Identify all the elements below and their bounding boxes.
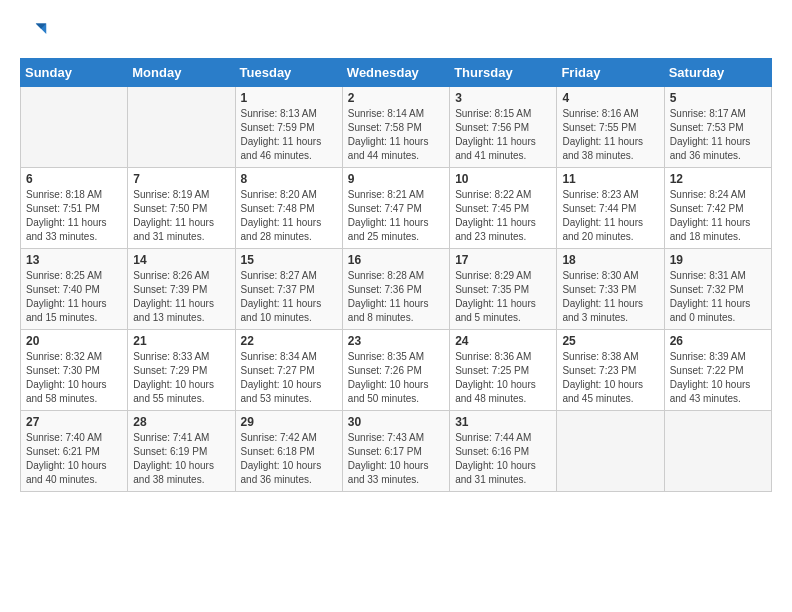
- calendar-cell: 9Sunrise: 8:21 AM Sunset: 7:47 PM Daylig…: [342, 168, 449, 249]
- calendar-cell: [128, 87, 235, 168]
- calendar-body: 1Sunrise: 8:13 AM Sunset: 7:59 PM Daylig…: [21, 87, 772, 492]
- weekday-header-saturday: Saturday: [664, 59, 771, 87]
- day-info: Sunrise: 8:25 AM Sunset: 7:40 PM Dayligh…: [26, 269, 122, 325]
- calendar-cell: 23Sunrise: 8:35 AM Sunset: 7:26 PM Dayli…: [342, 330, 449, 411]
- day-info: Sunrise: 8:31 AM Sunset: 7:32 PM Dayligh…: [670, 269, 766, 325]
- day-number: 29: [241, 415, 337, 429]
- calendar-cell: 31Sunrise: 7:44 AM Sunset: 6:16 PM Dayli…: [450, 411, 557, 492]
- calendar-cell: 26Sunrise: 8:39 AM Sunset: 7:22 PM Dayli…: [664, 330, 771, 411]
- calendar-cell: 10Sunrise: 8:22 AM Sunset: 7:45 PM Dayli…: [450, 168, 557, 249]
- day-info: Sunrise: 8:33 AM Sunset: 7:29 PM Dayligh…: [133, 350, 229, 406]
- day-number: 17: [455, 253, 551, 267]
- calendar-cell: 12Sunrise: 8:24 AM Sunset: 7:42 PM Dayli…: [664, 168, 771, 249]
- calendar-cell: 6Sunrise: 8:18 AM Sunset: 7:51 PM Daylig…: [21, 168, 128, 249]
- day-number: 21: [133, 334, 229, 348]
- day-number: 1: [241, 91, 337, 105]
- calendar-week-3: 13Sunrise: 8:25 AM Sunset: 7:40 PM Dayli…: [21, 249, 772, 330]
- day-info: Sunrise: 8:19 AM Sunset: 7:50 PM Dayligh…: [133, 188, 229, 244]
- day-info: Sunrise: 7:42 AM Sunset: 6:18 PM Dayligh…: [241, 431, 337, 487]
- weekday-header-tuesday: Tuesday: [235, 59, 342, 87]
- day-info: Sunrise: 8:30 AM Sunset: 7:33 PM Dayligh…: [562, 269, 658, 325]
- day-info: Sunrise: 8:21 AM Sunset: 7:47 PM Dayligh…: [348, 188, 444, 244]
- day-number: 16: [348, 253, 444, 267]
- day-info: Sunrise: 7:41 AM Sunset: 6:19 PM Dayligh…: [133, 431, 229, 487]
- day-number: 25: [562, 334, 658, 348]
- day-number: 22: [241, 334, 337, 348]
- day-info: Sunrise: 7:43 AM Sunset: 6:17 PM Dayligh…: [348, 431, 444, 487]
- calendar-cell: 3Sunrise: 8:15 AM Sunset: 7:56 PM Daylig…: [450, 87, 557, 168]
- weekday-header-thursday: Thursday: [450, 59, 557, 87]
- day-info: Sunrise: 8:16 AM Sunset: 7:55 PM Dayligh…: [562, 107, 658, 163]
- day-info: Sunrise: 8:26 AM Sunset: 7:39 PM Dayligh…: [133, 269, 229, 325]
- calendar-week-2: 6Sunrise: 8:18 AM Sunset: 7:51 PM Daylig…: [21, 168, 772, 249]
- calendar-cell: 19Sunrise: 8:31 AM Sunset: 7:32 PM Dayli…: [664, 249, 771, 330]
- day-info: Sunrise: 8:29 AM Sunset: 7:35 PM Dayligh…: [455, 269, 551, 325]
- calendar-cell: 28Sunrise: 7:41 AM Sunset: 6:19 PM Dayli…: [128, 411, 235, 492]
- day-info: Sunrise: 8:13 AM Sunset: 7:59 PM Dayligh…: [241, 107, 337, 163]
- day-info: Sunrise: 8:22 AM Sunset: 7:45 PM Dayligh…: [455, 188, 551, 244]
- day-number: 5: [670, 91, 766, 105]
- day-info: Sunrise: 8:27 AM Sunset: 7:37 PM Dayligh…: [241, 269, 337, 325]
- calendar-cell: 5Sunrise: 8:17 AM Sunset: 7:53 PM Daylig…: [664, 87, 771, 168]
- day-number: 2: [348, 91, 444, 105]
- calendar-cell: 24Sunrise: 8:36 AM Sunset: 7:25 PM Dayli…: [450, 330, 557, 411]
- calendar-cell: 11Sunrise: 8:23 AM Sunset: 7:44 PM Dayli…: [557, 168, 664, 249]
- calendar-cell: [557, 411, 664, 492]
- day-number: 18: [562, 253, 658, 267]
- calendar-cell: 14Sunrise: 8:26 AM Sunset: 7:39 PM Dayli…: [128, 249, 235, 330]
- day-number: 13: [26, 253, 122, 267]
- calendar-cell: 4Sunrise: 8:16 AM Sunset: 7:55 PM Daylig…: [557, 87, 664, 168]
- calendar-cell: 15Sunrise: 8:27 AM Sunset: 7:37 PM Dayli…: [235, 249, 342, 330]
- day-number: 10: [455, 172, 551, 186]
- page-header: [20, 20, 772, 48]
- day-info: Sunrise: 8:36 AM Sunset: 7:25 PM Dayligh…: [455, 350, 551, 406]
- calendar-cell: 7Sunrise: 8:19 AM Sunset: 7:50 PM Daylig…: [128, 168, 235, 249]
- day-info: Sunrise: 8:15 AM Sunset: 7:56 PM Dayligh…: [455, 107, 551, 163]
- calendar-cell: 2Sunrise: 8:14 AM Sunset: 7:58 PM Daylig…: [342, 87, 449, 168]
- day-number: 4: [562, 91, 658, 105]
- day-number: 20: [26, 334, 122, 348]
- calendar-cell: 17Sunrise: 8:29 AM Sunset: 7:35 PM Dayli…: [450, 249, 557, 330]
- logo-icon: [20, 20, 48, 48]
- calendar-cell: 18Sunrise: 8:30 AM Sunset: 7:33 PM Dayli…: [557, 249, 664, 330]
- day-info: Sunrise: 7:40 AM Sunset: 6:21 PM Dayligh…: [26, 431, 122, 487]
- day-number: 11: [562, 172, 658, 186]
- weekday-header-wednesday: Wednesday: [342, 59, 449, 87]
- day-number: 7: [133, 172, 229, 186]
- day-number: 28: [133, 415, 229, 429]
- day-number: 14: [133, 253, 229, 267]
- day-number: 15: [241, 253, 337, 267]
- calendar-cell: 22Sunrise: 8:34 AM Sunset: 7:27 PM Dayli…: [235, 330, 342, 411]
- day-info: Sunrise: 8:32 AM Sunset: 7:30 PM Dayligh…: [26, 350, 122, 406]
- weekday-header-monday: Monday: [128, 59, 235, 87]
- calendar-week-4: 20Sunrise: 8:32 AM Sunset: 7:30 PM Dayli…: [21, 330, 772, 411]
- calendar-cell: 1Sunrise: 8:13 AM Sunset: 7:59 PM Daylig…: [235, 87, 342, 168]
- day-number: 12: [670, 172, 766, 186]
- day-info: Sunrise: 8:23 AM Sunset: 7:44 PM Dayligh…: [562, 188, 658, 244]
- day-number: 24: [455, 334, 551, 348]
- calendar-cell: 8Sunrise: 8:20 AM Sunset: 7:48 PM Daylig…: [235, 168, 342, 249]
- day-info: Sunrise: 8:24 AM Sunset: 7:42 PM Dayligh…: [670, 188, 766, 244]
- day-number: 6: [26, 172, 122, 186]
- weekday-header-friday: Friday: [557, 59, 664, 87]
- calendar-cell: 25Sunrise: 8:38 AM Sunset: 7:23 PM Dayli…: [557, 330, 664, 411]
- calendar-cell: 13Sunrise: 8:25 AM Sunset: 7:40 PM Dayli…: [21, 249, 128, 330]
- day-number: 8: [241, 172, 337, 186]
- day-number: 9: [348, 172, 444, 186]
- calendar-cell: [664, 411, 771, 492]
- calendar-table: SundayMondayTuesdayWednesdayThursdayFrid…: [20, 58, 772, 492]
- weekday-header-row: SundayMondayTuesdayWednesdayThursdayFrid…: [21, 59, 772, 87]
- day-number: 23: [348, 334, 444, 348]
- day-info: Sunrise: 8:38 AM Sunset: 7:23 PM Dayligh…: [562, 350, 658, 406]
- day-info: Sunrise: 8:39 AM Sunset: 7:22 PM Dayligh…: [670, 350, 766, 406]
- day-info: Sunrise: 8:34 AM Sunset: 7:27 PM Dayligh…: [241, 350, 337, 406]
- calendar-cell: 16Sunrise: 8:28 AM Sunset: 7:36 PM Dayli…: [342, 249, 449, 330]
- weekday-header-sunday: Sunday: [21, 59, 128, 87]
- day-number: 31: [455, 415, 551, 429]
- day-info: Sunrise: 7:44 AM Sunset: 6:16 PM Dayligh…: [455, 431, 551, 487]
- day-number: 27: [26, 415, 122, 429]
- day-number: 30: [348, 415, 444, 429]
- calendar-cell: 29Sunrise: 7:42 AM Sunset: 6:18 PM Dayli…: [235, 411, 342, 492]
- day-info: Sunrise: 8:18 AM Sunset: 7:51 PM Dayligh…: [26, 188, 122, 244]
- calendar-week-1: 1Sunrise: 8:13 AM Sunset: 7:59 PM Daylig…: [21, 87, 772, 168]
